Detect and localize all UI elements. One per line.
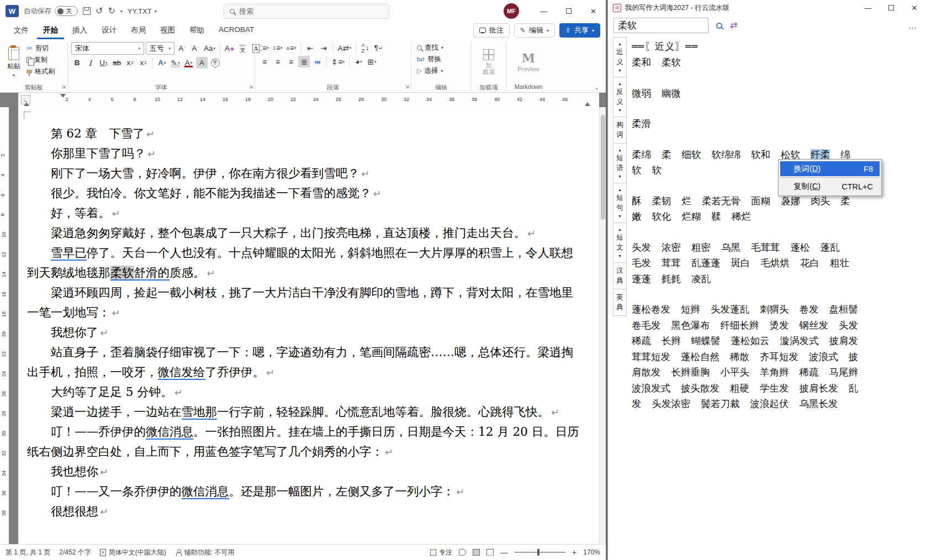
addins-button[interactable]: 加载项	[479, 42, 499, 82]
dict-word[interactable]: 长辫垂胸	[671, 367, 710, 378]
zoom-slider[interactable]	[515, 552, 565, 553]
menu-item[interactable]: 复制(C)CTRL+C	[780, 179, 880, 194]
dict-word[interactable]: 柔	[662, 149, 671, 160]
bullet-list-button[interactable]: ⁚≡▾	[258, 42, 270, 54]
multilevel-list-button[interactable]: a≡▾	[285, 42, 298, 54]
shading-button[interactable]: ◕▾	[353, 56, 364, 67]
dict-word[interactable]: 鬓若刀裁	[701, 398, 740, 409]
dict-word[interactable]: 披	[849, 351, 859, 362]
align-center-button[interactable]: ≡	[272, 56, 283, 67]
tab-插入[interactable]: 插入	[66, 22, 93, 39]
highlight-color-button[interactable]: ✎▾	[170, 57, 181, 68]
dict-minimize-button[interactable]: —	[856, 0, 880, 15]
dict-tab-反义[interactable]: ▲反义▼	[613, 77, 627, 117]
scroll-up-icon[interactable]: ▲	[618, 82, 622, 86]
dict-word[interactable]: 幽微	[662, 88, 681, 99]
zoom-in-button[interactable]: +	[572, 548, 576, 556]
dict-word[interactable]: 盘桓髻	[829, 304, 859, 315]
dict-word[interactable]: 柔滑	[632, 118, 651, 129]
dict-word[interactable]: 刺猬头	[760, 304, 789, 315]
markdown-preview-button[interactable]: M Preview	[514, 42, 543, 82]
decrease-indent-button[interactable]: ⇤	[304, 42, 316, 54]
dict-word[interactable]: 披肩发	[829, 335, 859, 346]
proofing-status[interactable]: ✕简体中文(中国大陆)	[100, 548, 166, 557]
dict-word[interactable]: 柔若无骨	[702, 196, 740, 207]
grow-font-button[interactable]: Aˆ	[176, 43, 188, 54]
minimize-button[interactable]: —	[531, 0, 556, 22]
text-effects-button[interactable]: A▾	[156, 57, 168, 68]
numbered-list-button[interactable]: 1≡▾	[272, 42, 284, 54]
dict-word[interactable]: 柔	[840, 196, 850, 207]
borders-button[interactable]: ⊞▾	[366, 56, 378, 67]
justify-button[interactable]: ≣	[298, 56, 310, 67]
dict-word[interactable]: 蓬松	[791, 242, 810, 253]
align-left-button[interactable]: ≡	[258, 56, 270, 67]
scroll-down-icon[interactable]: ▼	[618, 108, 622, 112]
dict-word[interactable]: 花白	[800, 257, 819, 268]
format-painter-button[interactable]: 格式刷	[24, 66, 57, 77]
dict-word[interactable]: 浓密	[662, 242, 681, 253]
dict-word[interactable]: 软绵绵	[712, 149, 741, 160]
dict-word[interactable]: 烂糊	[682, 211, 701, 222]
dict-word[interactable]: 卷发	[800, 304, 819, 315]
dict-word[interactable]: 软化	[652, 211, 671, 222]
dict-word[interactable]: 软	[652, 165, 662, 176]
dict-word[interactable]: 毵毵	[662, 273, 681, 284]
dict-tab-构词[interactable]: 构词	[613, 117, 627, 144]
dict-word[interactable]: 酥	[632, 196, 642, 207]
redo-icon[interactable]: ↻	[108, 7, 115, 15]
dict-word[interactable]: 头发	[839, 320, 858, 331]
document-title[interactable]: YY.TXT ▾	[128, 7, 157, 15]
dict-word[interactable]: 黑色瀑布	[671, 320, 710, 331]
copy-button[interactable]: 复制	[24, 55, 57, 65]
web-layout-button[interactable]	[486, 549, 494, 556]
phonetic-guide-button[interactable]: wén文	[237, 43, 248, 54]
dict-tab-短语[interactable]: ▲短语▼	[613, 143, 627, 183]
dict-word[interactable]: 披肩长发	[800, 383, 838, 394]
dict-search-input[interactable]	[613, 18, 708, 33]
character-shading-button[interactable]: A	[196, 57, 208, 68]
tab-设计[interactable]: 设计	[96, 22, 123, 39]
quick-access-chevron-icon[interactable]: ▾	[120, 9, 123, 14]
tab-开始[interactable]: 开始	[37, 22, 64, 39]
shrink-font-button[interactable]: Aˇ	[189, 43, 201, 54]
dict-tab-短句[interactable]: ▲短句▼	[613, 183, 627, 223]
dict-word[interactable]: 钢丝发	[800, 320, 829, 331]
dict-word[interactable]: 短辫	[681, 304, 700, 315]
horizontal-ruler[interactable]: 2468101214161820222426283032343638404244…	[0, 93, 606, 107]
dict-word[interactable]: 烂	[682, 196, 692, 207]
dict-word[interactable]: 披头散发	[681, 383, 719, 394]
scroll-down-icon[interactable]: ▼	[618, 68, 622, 72]
dict-word[interactable]: 粗硬	[730, 383, 749, 394]
show-marks-button[interactable]: ¶↵	[373, 42, 384, 54]
clipboard-dialog-launcher[interactable]: ⇲	[61, 84, 66, 89]
page-indicator[interactable]: 第 1 页, 共 1 页	[6, 548, 50, 557]
dict-word[interactable]: 粗密	[691, 242, 711, 253]
bold-button[interactable]: B	[71, 57, 83, 68]
vertical-scrollbar[interactable]	[599, 107, 606, 544]
dict-word[interactable]: 羊角辫	[760, 367, 789, 378]
align-right-button[interactable]: ≡	[285, 56, 297, 67]
dict-word[interactable]: 头发浓密	[652, 398, 691, 409]
paragraph-dialog-launcher[interactable]: ⇲	[405, 84, 409, 89]
dict-word[interactable]: 卷毛发	[632, 320, 661, 331]
tab-布局[interactable]: 布局	[125, 22, 152, 39]
avatar[interactable]: MF	[504, 3, 519, 19]
dict-word[interactable]: 肩散发	[632, 367, 661, 378]
dict-word[interactable]: 乌黑	[721, 242, 740, 253]
tab-ACROBAT[interactable]: ACROBAT	[213, 22, 260, 39]
zoom-slider-thumb[interactable]	[537, 549, 539, 556]
tab-帮助[interactable]: 帮助	[183, 22, 210, 39]
dict-word[interactable]: 毛发	[632, 257, 651, 268]
font-family-select[interactable]: 宋体▾	[71, 42, 144, 55]
dict-word[interactable]: 蓬松如云	[731, 335, 770, 346]
dict-word[interactable]: 柔软	[662, 57, 681, 68]
cut-button[interactable]: ✂剪切	[24, 43, 57, 54]
scrollbar-thumb[interactable]	[601, 115, 605, 220]
distribute-button[interactable]: ⇹	[311, 56, 323, 67]
dict-word[interactable]: 柔和	[632, 57, 651, 68]
increase-indent-button[interactable]: ⇥	[318, 42, 329, 54]
scroll-up-icon[interactable]: ▲	[618, 228, 622, 231]
close-button[interactable]: ✕	[581, 0, 606, 22]
dict-word[interactable]: 烫发	[770, 320, 789, 331]
